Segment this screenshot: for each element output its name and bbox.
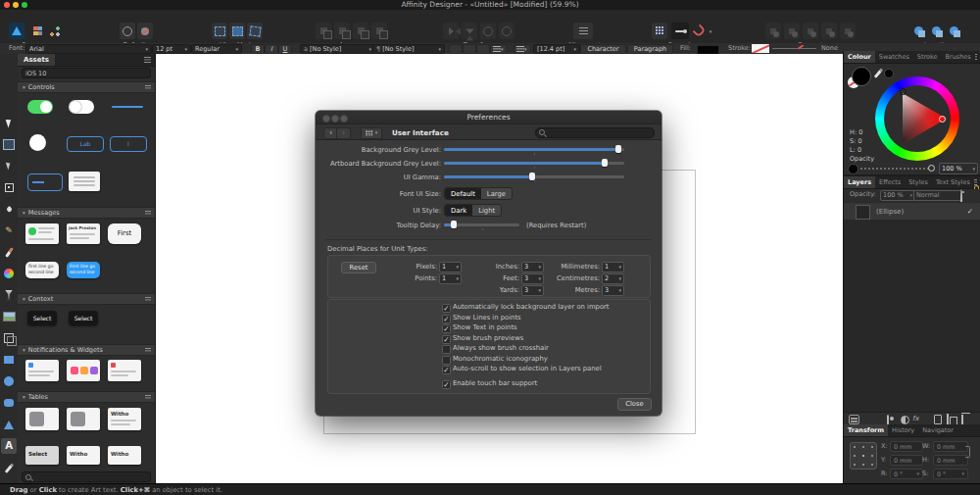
flip-horizontal-button[interactable] — [443, 23, 459, 39]
view-mode-outline-button[interactable] — [247, 23, 263, 39]
snapping-grid-button[interactable] — [652, 23, 667, 39]
stroke-width-slider[interactable] — [772, 48, 816, 49]
rotation-field[interactable]: 0 °▾ — [890, 469, 923, 479]
y-field[interactable]: 0 mm — [890, 455, 923, 466]
ui-gamma-slider[interactable] — [444, 175, 624, 178]
tab-effects[interactable]: Effects — [875, 176, 905, 188]
blend-options-icon[interactable] — [849, 415, 859, 424]
dialog-minimize-icon[interactable] — [331, 115, 339, 123]
artboard-grey-slider[interactable] — [444, 162, 624, 165]
layer-thumbnail[interactable] — [856, 205, 870, 220]
artboard-tool[interactable] — [1, 136, 17, 152]
picked-colour-swatch[interactable] — [884, 69, 894, 78]
yards-decimal-select[interactable]: 3▾ — [521, 285, 544, 296]
asset-message-notification[interactable] — [25, 223, 59, 244]
paragraph-style-select[interactable]: ¶[No Style] — [372, 44, 445, 54]
boolean-add-button[interactable] — [765, 23, 781, 39]
asset-table-cell[interactable]: Witho — [108, 446, 141, 465]
tab-swatches[interactable]: Swatches — [875, 51, 913, 63]
place-image-tool[interactable] — [1, 309, 17, 324]
vector-brush-tool[interactable] — [1, 244, 17, 260]
slider-thumb[interactable] — [602, 159, 608, 167]
character-panel-button[interactable]: Character — [580, 44, 626, 54]
underline-button[interactable]: U — [278, 44, 292, 54]
synchronise-defaults-button[interactable] — [120, 23, 135, 39]
segment-light[interactable]: Light — [472, 205, 501, 216]
section-header-messages[interactable]: Messages — [18, 207, 155, 219]
pixel-persona-button[interactable] — [29, 23, 45, 39]
insert-inside-button[interactable] — [946, 23, 961, 39]
checkbox-autoscroll-layers[interactable]: ✓ — [442, 366, 451, 374]
preferences-search-input[interactable] — [535, 127, 655, 138]
x-field[interactable]: 0 mm — [890, 441, 923, 452]
tab-colour[interactable]: Colour — [844, 51, 875, 63]
bold-button[interactable]: B — [251, 44, 265, 54]
segment-dark[interactable]: Dark — [445, 205, 472, 216]
align-center-button[interactable] — [463, 44, 476, 54]
move-forward-button[interactable] — [334, 23, 350, 39]
boolean-combine-button[interactable] — [840, 23, 856, 39]
millimetres-decimal-select[interactable]: 1▾ — [602, 262, 624, 272]
checkbox-lock-background[interactable]: ✓ — [442, 304, 451, 313]
asset-table-image-cell[interactable] — [67, 408, 100, 430]
sections-dropdown[interactable]: ▾ — [361, 127, 382, 139]
rectangle-tool[interactable] — [1, 352, 17, 368]
section-header-notifications[interactable]: Notifications & Widgets — [18, 344, 155, 356]
section-menu-icon[interactable] — [145, 211, 151, 216]
revert-defaults-button[interactable] — [137, 23, 153, 39]
tab-transform[interactable]: Transform — [844, 424, 888, 436]
font-family-select[interactable]: Arial — [25, 44, 152, 54]
section-menu-icon[interactable] — [145, 348, 151, 353]
colour-picker-tool[interactable] — [1, 460, 17, 475]
layer-visibility-checkbox[interactable]: ✓ — [967, 207, 973, 216]
asset-table-select-cell[interactable]: Select — [25, 446, 59, 465]
rotate-cw-button[interactable] — [499, 23, 514, 39]
forward-button[interactable]: › — [336, 127, 351, 139]
move-to-front-button[interactable] — [316, 23, 331, 39]
vector-crop-tool[interactable] — [1, 330, 17, 346]
snapping-toggle-button[interactable] — [691, 23, 707, 39]
asset-slider-track[interactable] — [112, 106, 143, 108]
tab-text-styles[interactable]: Text Styles — [932, 176, 974, 188]
slider-thumb[interactable] — [615, 145, 621, 153]
maximize-window-icon[interactable] — [22, 2, 27, 8]
boolean-subtract-button[interactable] — [784, 23, 800, 39]
fill-tool[interactable] — [1, 266, 17, 281]
minimize-window-icon[interactable] — [13, 2, 19, 8]
align-left-button[interactable] — [449, 44, 463, 54]
close-window-icon[interactable] — [4, 2, 10, 8]
asset-table-cell[interactable]: Witho — [67, 446, 100, 465]
snapping-options-dropdown[interactable] — [707, 23, 714, 39]
flip-vertical-button[interactable] — [462, 23, 477, 39]
layers-opacity-select[interactable]: 100 %▾ — [880, 190, 915, 201]
asset-toggle-on[interactable] — [27, 100, 53, 114]
artistic-text-tool[interactable]: A — [1, 438, 17, 454]
leading-value-select[interactable]: [12.4 pt] — [533, 44, 580, 54]
asset-category-select[interactable]: iOS 10 — [22, 68, 151, 78]
triangle-tool[interactable] — [1, 417, 17, 432]
asset-widget-card[interactable] — [67, 360, 100, 381]
h-field[interactable]: 0 mm — [933, 455, 968, 466]
node-tool[interactable] — [1, 158, 17, 173]
paragraph-panel-button[interactable]: Paragraph — [627, 44, 673, 54]
insert-behind-button[interactable] — [910, 23, 926, 39]
align-justify-dropdown[interactable] — [490, 44, 508, 54]
section-menu-icon[interactable] — [145, 395, 151, 400]
asset-table-image-cell[interactable] — [25, 408, 59, 430]
tab-layers[interactable]: Layers — [844, 176, 875, 188]
new-layer-icon[interactable] — [934, 415, 942, 424]
opacity-slider-thumb[interactable] — [928, 165, 935, 172]
view-mode-pixel-button[interactable] — [229, 23, 245, 39]
slider-thumb[interactable] — [451, 221, 457, 228]
asset-text-field[interactable] — [27, 173, 63, 191]
adjustment-layer-icon[interactable] — [901, 416, 909, 424]
asset-message-preview[interactable]: Jack Preston — [67, 223, 100, 244]
w-field[interactable]: 0 mm — [933, 441, 968, 452]
asset-notification-card[interactable] — [108, 360, 141, 381]
font-weight-select[interactable]: Regular — [191, 44, 242, 54]
ellipse-tool[interactable] — [1, 373, 17, 389]
asset-input-button[interactable]: I — [110, 136, 147, 152]
snapping-candidates-button[interactable] — [671, 23, 689, 39]
dialog-zoom-icon[interactable] — [340, 115, 348, 123]
designer-persona-button[interactable] — [9, 23, 24, 39]
